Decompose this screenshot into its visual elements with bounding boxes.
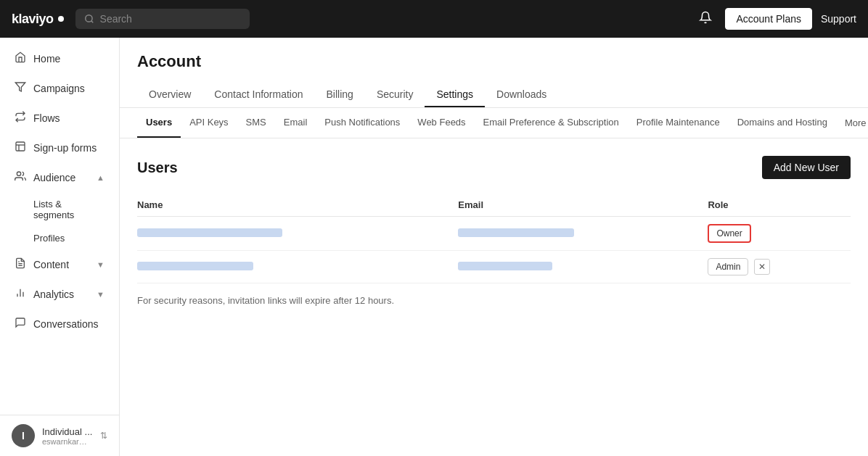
- top-tabs: Overview Contact Information Billing Sec…: [137, 83, 851, 107]
- sub-tab-push-notifications[interactable]: Push Notifications: [316, 108, 409, 138]
- sub-tab-more[interactable]: More ▾: [836, 109, 868, 137]
- users-table: Name Email Role: [137, 194, 851, 283]
- sidebar-nav: Home Campaigns Flows Sign-up forms: [0, 38, 119, 415]
- search-icon: [84, 14, 94, 24]
- chevron-up-icon: ▲: [97, 173, 105, 182]
- role-badge-admin: Admin: [708, 258, 748, 275]
- user-name-cell: [137, 217, 458, 251]
- tab-security[interactable]: Security: [365, 83, 425, 107]
- main-content: Account Overview Contact Information Bil…: [120, 38, 868, 456]
- conversations-icon: [15, 317, 26, 331]
- tab-downloads[interactable]: Downloads: [485, 83, 558, 107]
- sub-tabs: Users API Keys SMS Email Push Notificati…: [120, 108, 868, 138]
- sidebar-item-label: Campaigns: [33, 83, 85, 94]
- sub-tab-users[interactable]: Users: [137, 108, 181, 138]
- sidebar-footer[interactable]: I Individual ... eswarnkar@g... ⇅: [0, 415, 119, 456]
- page-header: Account Overview Contact Information Bil…: [120, 38, 868, 108]
- sidebar-item-label: Analytics: [33, 289, 74, 300]
- sidebar-item-label: Sign-up forms: [33, 142, 97, 154]
- support-button[interactable]: Support: [821, 13, 856, 25]
- svg-line-1: [91, 21, 93, 23]
- campaigns-icon: [15, 81, 26, 96]
- avatar: I: [12, 424, 35, 447]
- user-role-cell: Owner: [708, 217, 851, 251]
- remove-user-button[interactable]: ✕: [754, 259, 770, 275]
- sub-tab-email[interactable]: Email: [275, 108, 316, 138]
- sidebar: Home Campaigns Flows Sign-up forms: [0, 38, 120, 456]
- sidebar-item-signup-forms[interactable]: Sign-up forms: [3, 133, 116, 162]
- svg-point-6: [17, 172, 20, 175]
- sidebar-item-home[interactable]: Home: [3, 44, 116, 73]
- redacted-email: [458, 228, 574, 237]
- analytics-icon: [15, 287, 26, 302]
- logo-text: klaviyo: [12, 12, 54, 27]
- user-email-cell: [458, 217, 708, 251]
- sub-tab-profile-maintenance[interactable]: Profile Maintenance: [628, 108, 729, 138]
- role-badge-owner: Owner: [708, 224, 750, 243]
- column-header-role: Role: [708, 194, 851, 217]
- sidebar-item-profiles[interactable]: Profiles: [3, 227, 116, 249]
- tab-billing[interactable]: Billing: [315, 83, 365, 107]
- chevron-down-icon: ▼: [97, 260, 105, 269]
- table-header: Name Email Role: [137, 194, 851, 217]
- redacted-name: [137, 228, 282, 237]
- sidebar-sub-item-label: Profiles: [33, 233, 65, 244]
- user-role-cell: Admin ✕: [708, 251, 851, 283]
- table-row: Owner: [137, 217, 851, 251]
- sub-tab-domains-hosting[interactable]: Domains and Hosting: [729, 108, 836, 138]
- sidebar-item-lists-segments[interactable]: Lists & segments: [3, 193, 116, 226]
- svg-rect-3: [16, 142, 25, 151]
- tab-contact-information[interactable]: Contact Information: [202, 83, 314, 107]
- sidebar-item-campaigns[interactable]: Campaigns: [3, 74, 116, 103]
- sidebar-sub-item-label: Lists & segments: [33, 199, 105, 220]
- add-new-user-button[interactable]: Add New User: [762, 156, 851, 179]
- content-icon: [15, 257, 26, 272]
- svg-point-0: [85, 15, 91, 22]
- sidebar-item-conversations[interactable]: Conversations: [3, 310, 116, 339]
- section-header: Users Add New User: [137, 156, 851, 179]
- footer-expand-icon: ⇅: [100, 431, 107, 441]
- search-input[interactable]: [100, 13, 241, 25]
- sub-tab-sms[interactable]: SMS: [237, 108, 275, 138]
- redacted-name: [137, 262, 253, 270]
- logo-dot: [58, 16, 64, 22]
- svg-marker-2: [15, 83, 25, 91]
- section-title: Users: [137, 159, 178, 176]
- top-navigation: klaviyo Account Plans Support: [0, 0, 868, 38]
- sidebar-item-label: Audience: [33, 172, 75, 183]
- sidebar-item-audience[interactable]: Audience ▲: [3, 163, 116, 192]
- column-header-name: Name: [137, 194, 458, 217]
- sub-tab-email-preference[interactable]: Email Preference & Subscription: [475, 108, 628, 138]
- home-icon: [15, 51, 26, 66]
- sidebar-item-flows[interactable]: Flows: [3, 104, 116, 133]
- topnav-right: Account Plans Support: [695, 7, 856, 32]
- user-name-cell: [137, 251, 458, 283]
- audience-icon: [15, 170, 26, 185]
- search-box[interactable]: [75, 9, 250, 29]
- sidebar-item-label: Conversations: [33, 318, 99, 330]
- signup-forms-icon: [15, 141, 26, 155]
- page-title: Account: [137, 52, 851, 71]
- table-body: Owner Admin: [137, 217, 851, 283]
- bell-icon: [699, 11, 712, 24]
- account-plans-button[interactable]: Account Plans: [725, 8, 812, 30]
- tab-settings[interactable]: Settings: [425, 83, 485, 107]
- sidebar-item-label: Flows: [33, 112, 60, 124]
- notifications-button[interactable]: [695, 7, 716, 32]
- user-email-cell: [458, 251, 708, 283]
- table-row: Admin ✕: [137, 251, 851, 283]
- column-header-email: Email: [458, 194, 708, 217]
- sub-tab-web-feeds[interactable]: Web Feeds: [409, 108, 474, 138]
- sidebar-item-analytics[interactable]: Analytics ▼: [3, 280, 116, 309]
- role-row: Admin ✕: [708, 258, 851, 275]
- footer-email: eswarnkar@g...: [42, 437, 93, 446]
- flows-icon: [15, 111, 26, 125]
- tab-overview[interactable]: Overview: [137, 83, 202, 107]
- sub-tab-api-keys[interactable]: API Keys: [181, 108, 237, 138]
- app-body: Home Campaigns Flows Sign-up forms: [0, 38, 868, 456]
- logo: klaviyo: [12, 12, 64, 27]
- sidebar-item-label: Content: [33, 259, 69, 270]
- sidebar-item-content[interactable]: Content ▼: [3, 250, 116, 279]
- footer-name: Individual ...: [42, 426, 93, 437]
- users-section: Users Add New User Name Email Role: [120, 138, 868, 323]
